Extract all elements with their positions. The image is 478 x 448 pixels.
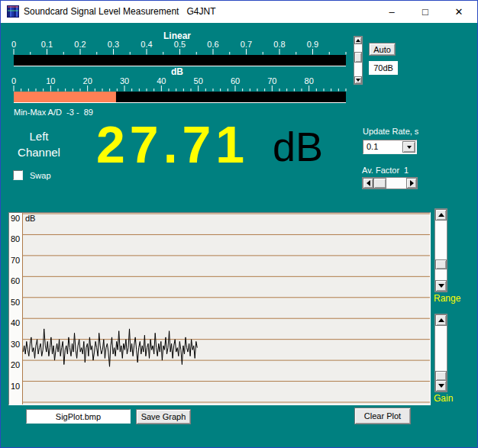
signal-plot-panel: 908070605040302010dB xyxy=(8,212,431,405)
up-arrow-icon xyxy=(438,318,444,322)
av-factor-value: 1 xyxy=(404,166,409,175)
signal-plot: 908070605040302010dB xyxy=(9,213,430,404)
svg-text:60: 60 xyxy=(231,76,240,85)
scroll-right-button[interactable] xyxy=(406,178,417,189)
down-arrow-icon xyxy=(356,79,360,82)
scroll-thumb[interactable] xyxy=(354,52,362,63)
auto-button[interactable]: Auto xyxy=(369,43,396,56)
channel-label: Left Channel xyxy=(4,128,74,160)
save-graph-button[interactable]: Save Graph xyxy=(136,409,191,424)
svg-text:dB: dB xyxy=(25,214,35,223)
svg-text:90: 90 xyxy=(11,214,20,223)
title-bar[interactable]: Soundcard Signal Level Measurement G4JNT… xyxy=(1,1,477,23)
svg-text:30: 30 xyxy=(120,76,129,85)
maximize-button[interactable]: □ xyxy=(410,1,441,23)
clear-plot-button[interactable]: Clear Plot xyxy=(354,408,411,424)
svg-text:0.9: 0.9 xyxy=(307,40,318,49)
svg-text:0.1: 0.1 xyxy=(41,40,53,49)
gain-up-button[interactable] xyxy=(435,314,447,326)
range-down-button[interactable] xyxy=(435,280,447,292)
svg-text:0.8: 0.8 xyxy=(273,40,285,49)
gain-scrollbar[interactable] xyxy=(434,314,447,392)
scroll-down-button[interactable] xyxy=(354,76,362,84)
minimize-button[interactable]: – xyxy=(376,1,407,23)
svg-text:30: 30 xyxy=(11,340,20,349)
filename-input[interactable] xyxy=(26,409,131,424)
right-arrow-icon xyxy=(410,180,414,186)
scroll-thumb[interactable] xyxy=(373,178,386,189)
combo-drop-button[interactable] xyxy=(402,141,415,153)
db-reading-unit: dB xyxy=(273,124,323,169)
range-caption: Range xyxy=(434,293,460,304)
svg-text:70: 70 xyxy=(267,76,276,85)
svg-text:20: 20 xyxy=(83,76,92,85)
svg-text:70: 70 xyxy=(11,256,20,265)
svg-text:0.2: 0.2 xyxy=(74,40,86,49)
app-window: Soundcard Signal Level Measurement G4JNT… xyxy=(0,0,478,448)
range-thumb[interactable] xyxy=(435,259,447,269)
down-arrow-icon xyxy=(438,384,444,388)
svg-text:0.7: 0.7 xyxy=(241,40,252,49)
svg-text:0.6: 0.6 xyxy=(207,40,218,49)
up-arrow-icon xyxy=(438,213,444,217)
svg-text:50: 50 xyxy=(194,76,203,85)
svg-text:0: 0 xyxy=(11,76,16,85)
svg-text:0.5: 0.5 xyxy=(174,40,186,49)
scroll-up-button[interactable] xyxy=(354,37,362,44)
close-button[interactable]: ✕ xyxy=(444,1,474,23)
db-level-meter: 01020304050607080 xyxy=(8,76,354,105)
db-meter-title: dB xyxy=(1,66,354,77)
update-rate-label: Update Rate, s xyxy=(363,127,418,136)
update-rate-combobox[interactable]: 0.1 xyxy=(363,140,417,154)
linear-level-meter: 00.10.20.30.40.50.60.70.80.9 xyxy=(8,40,354,69)
svg-text:40: 40 xyxy=(11,318,20,327)
range-scrollbar[interactable] xyxy=(434,208,447,292)
svg-text:0.3: 0.3 xyxy=(108,40,119,49)
dropdown-arrow-icon xyxy=(407,146,412,149)
up-arrow-icon xyxy=(356,39,360,42)
svg-text:60: 60 xyxy=(11,276,20,285)
down-arrow-icon xyxy=(438,284,444,288)
window-title: Soundcard Signal Level Measurement G4JNT xyxy=(24,6,215,17)
svg-text:20: 20 xyxy=(11,360,20,369)
level-range-indicator: 70dB xyxy=(369,61,398,75)
svg-text:40: 40 xyxy=(157,76,166,85)
meter-scale-scrollbar[interactable] xyxy=(354,36,363,85)
svg-text:0: 0 xyxy=(11,40,16,49)
av-factor-scrollbar[interactable] xyxy=(362,177,418,189)
av-factor-label: Av. Factor xyxy=(362,166,399,175)
swap-checkbox-label: Swap xyxy=(30,171,51,180)
db-reading-value: 27.71 xyxy=(96,118,249,171)
svg-text:50: 50 xyxy=(11,298,20,307)
svg-text:0.4: 0.4 xyxy=(140,40,152,49)
range-up-button[interactable] xyxy=(435,209,447,221)
channel-label-line2: Channel xyxy=(4,144,74,160)
gain-down-button[interactable] xyxy=(435,380,447,392)
left-arrow-icon xyxy=(367,180,370,186)
swap-checkbox[interactable] xyxy=(13,170,23,180)
app-icon xyxy=(7,5,19,18)
min-max-ad-label: Min-Max A/D -3 - 89 xyxy=(14,108,93,117)
svg-text:10: 10 xyxy=(11,382,20,391)
svg-text:10: 10 xyxy=(46,76,55,85)
svg-text:80: 80 xyxy=(11,234,20,243)
gain-caption: Gain xyxy=(434,393,453,404)
scroll-left-button[interactable] xyxy=(363,178,373,189)
channel-label-line1: Left xyxy=(4,128,74,144)
svg-text:80: 80 xyxy=(305,76,314,85)
